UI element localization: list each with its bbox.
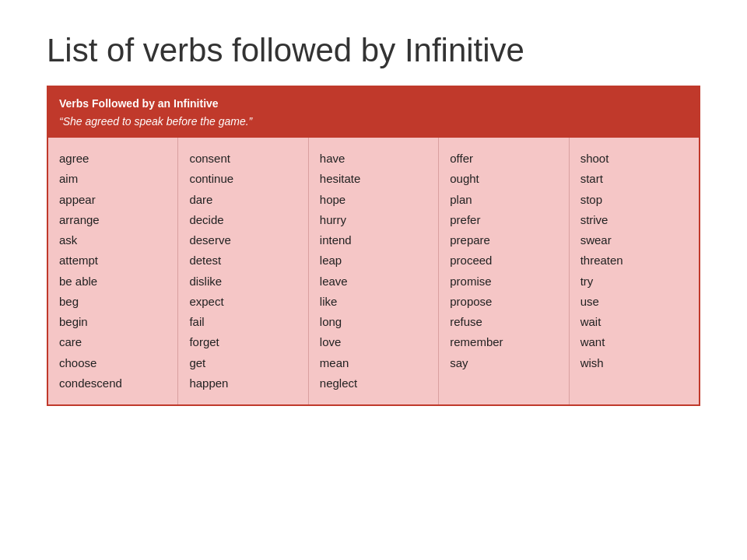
list-item: mean [320,353,427,373]
list-item: attempt [59,250,167,271]
list-item: hurry [320,210,427,230]
list-item: stop [580,190,688,210]
list-item: forget [189,332,296,352]
list-item: beg [59,292,167,312]
list-item: dare [189,190,296,210]
page-title: List of verbs followed by Infinitive [47,31,700,70]
list-item: hesitate [320,169,427,189]
list-item: dislike [189,271,296,292]
list-item: use [580,292,688,312]
list-item: continue [189,169,296,189]
list-item: happen [189,373,296,394]
table-col-3: offeroughtplanpreferprepareproceedpromis… [439,138,569,404]
table-col-4: shootstartstopstriveswearthreatentryusew… [570,138,699,404]
list-item: condescend [59,373,167,394]
list-item: agree [59,149,167,169]
list-item: be able [59,271,167,292]
list-item: plan [450,190,557,210]
list-item: appear [59,190,167,210]
list-item: strive [580,210,688,230]
list-item: promise [450,271,557,292]
verb-table: Verbs Followed by an Infinitive “She agr… [47,86,700,406]
list-item: start [580,169,688,189]
list-item: prepare [450,230,557,250]
table-col-1: consentcontinuedaredecidedeservedetestdi… [178,138,308,404]
list-item: begin [59,312,167,332]
list-item: shoot [580,149,688,169]
list-item: offer [450,149,557,169]
list-item: ask [59,230,167,250]
list-item: long [320,312,427,332]
list-item: detest [189,250,296,271]
list-item: hope [320,190,427,210]
header-line1: Verbs Followed by an Infinitive [59,97,219,110]
list-item: have [320,149,427,169]
table-col-2: havehesitatehopehurryintendleapleavelike… [309,138,439,404]
list-item: aim [59,169,167,189]
list-item: ought [450,169,557,189]
list-item: expect [189,292,296,312]
list-item: leave [320,271,427,292]
list-item: remember [450,332,557,352]
table-col-0: agreeaimappeararrangeaskattemptbe ablebe… [48,138,178,404]
list-item: want [580,332,688,352]
list-item: decide [189,210,296,230]
list-item: choose [59,353,167,373]
list-item: proceed [450,250,557,271]
list-item: arrange [59,210,167,230]
list-item: swear [580,230,688,250]
list-item: get [189,353,296,373]
page: List of verbs followed by Infinitive Ver… [0,0,747,560]
list-item: threaten [580,250,688,271]
list-item: fail [189,312,296,332]
list-item: wish [580,353,688,373]
list-item: try [580,271,688,292]
list-item: leap [320,250,427,271]
list-item: say [450,353,557,373]
list-item: neglect [320,373,427,394]
list-item: love [320,332,427,352]
list-item: intend [320,230,427,250]
table-header: Verbs Followed by an Infinitive “She agr… [48,87,699,138]
list-item: consent [189,149,296,169]
list-item: like [320,292,427,312]
header-line2: “She agreed to speak before the game.” [59,115,252,128]
table-body: agreeaimappeararrangeaskattemptbe ablebe… [48,138,699,404]
list-item: care [59,332,167,352]
list-item: wait [580,312,688,332]
list-item: deserve [189,230,296,250]
list-item: prefer [450,210,557,230]
list-item: refuse [450,312,557,332]
list-item: propose [450,292,557,312]
